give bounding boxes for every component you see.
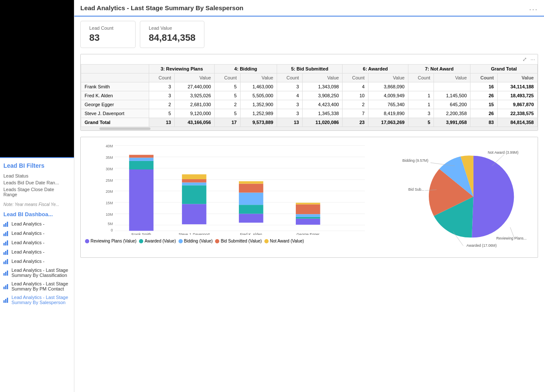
bar-steve-rp <box>182 204 206 224</box>
legend-dot-aw <box>139 239 143 243</box>
filters-title: Lead BI Filters <box>3 162 71 169</box>
svg-rect-5 <box>7 231 8 236</box>
legend-bid-submitted: Bid Submitted (Value) <box>215 239 262 243</box>
bar-george-aw <box>296 217 320 219</box>
gt-name: Grand Total <box>81 118 149 127</box>
bar-george-rp <box>296 219 320 225</box>
sub-bs-val: Value <box>303 73 343 82</box>
cell-gt-val: 34,114,188 <box>497 82 537 91</box>
bar-frank-rp <box>129 169 153 231</box>
cell-rp-val: 3,925,026 <box>175 91 215 100</box>
header-dots-menu[interactable]: ... <box>529 3 538 12</box>
filter-bid-due-date[interactable]: Leads Bid Due Date Ran... <box>3 179 71 186</box>
cell-aw-count: 4 <box>343 82 368 91</box>
lead-value-label: Lead Value <box>149 25 196 31</box>
bar-steve-aw <box>182 185 206 204</box>
page-title: Lead Analytics - Last Stage Summary By S… <box>80 4 244 11</box>
cell-na-count: 3 <box>408 109 434 118</box>
svg-text:10M: 10M <box>106 212 113 217</box>
filter-stage-close-date[interactable]: Leads Stage Close Date Range <box>3 186 71 198</box>
scroll-thumb <box>99 127 150 130</box>
cell-gt-val: 18,493,725 <box>497 91 537 100</box>
sidebar-note: Note: Year means Fiscal Ye... <box>0 200 74 209</box>
legend-bidding: Bidding (Value) <box>178 239 213 243</box>
cell-rp-val: 2,681,030 <box>175 100 215 109</box>
cell-aw-val: 8,419,890 <box>368 109 408 118</box>
cell-aw-count: 10 <box>343 91 368 100</box>
gt-aw-count: 23 <box>343 118 368 127</box>
col-reviewing-plans: 3: Reviewing Plans <box>149 65 215 73</box>
bar-fred-bid <box>239 193 263 205</box>
cell-gt-count: 26 <box>470 109 498 118</box>
bar-steve-na <box>182 174 206 179</box>
svg-rect-14 <box>7 259 8 264</box>
bar-chart-icon-2 <box>3 230 9 236</box>
sub-name <box>81 73 149 82</box>
sidebar-item-analytics-4[interactable]: Lead Analytics - <box>0 247 74 257</box>
gt-rp-val: 43,166,056 <box>175 118 215 127</box>
gt-bs-count: 13 <box>277 118 302 127</box>
cell-bs-count: 4 <box>277 91 302 100</box>
col-awarded: 6: Awarded <box>343 65 408 73</box>
col-name-header <box>81 65 149 73</box>
lead-value-value: 84,814,358 <box>149 32 196 43</box>
svg-text:40M: 40M <box>106 144 113 148</box>
table-scrollbar[interactable] <box>81 127 538 130</box>
bar-chart-icon-3 <box>3 240 9 245</box>
svg-text:Frank Smith: Frank Smith <box>131 232 151 235</box>
data-table: 3: Reviewing Plans 4: Bidding 5: Bid Sub… <box>81 64 538 127</box>
cell-bs-val: 1,343,098 <box>303 82 343 91</box>
cell-bs-count: 3 <box>277 109 302 118</box>
pie-label-rp: Reviewing Plans... <box>496 236 527 240</box>
svg-text:25M: 25M <box>106 178 113 183</box>
sub-na-count: Count <box>408 73 434 82</box>
bar-frank-aw <box>129 161 153 169</box>
sub-bs-count: Count <box>277 73 302 82</box>
bar-frank-bid <box>129 158 153 161</box>
cell-bid-val: 5,505,000 <box>240 91 277 100</box>
grand-total-row: Grand Total1343,166,056179,573,8891311,0… <box>81 118 538 127</box>
table-row: Steve J. Davenport59,120,00051,252,98931… <box>81 109 538 118</box>
bar-george-bid <box>296 214 320 217</box>
sidebar-item-analytics-5[interactable]: Lead Analytics - <box>0 257 74 266</box>
sub-gt-count: Count <box>470 73 498 82</box>
svg-rect-8 <box>7 240 8 245</box>
svg-rect-23 <box>7 298 8 303</box>
sidebar-item-salesperson[interactable]: Lead Analytics - Last Stage Summary By S… <box>0 293 74 307</box>
cell-gt-count: 15 <box>470 100 498 109</box>
sidebar-filters: Lead BI Filters Lead Status Leads Bid Du… <box>0 157 74 200</box>
charts-row: 40M 35M 30M 25M 20M 15M 10M 5M 0 <box>80 137 538 258</box>
expand-icon[interactable]: ⤢ <box>522 56 527 62</box>
svg-text:Fred K. Alden: Fred K. Alden <box>240 232 262 235</box>
sub-bid-val: Value <box>240 73 277 82</box>
cell-bs-count: 3 <box>277 100 302 109</box>
filter-lead-status[interactable]: Lead Status <box>3 172 71 179</box>
col-bid-submitted: 5: Bid Submitted <box>277 65 342 73</box>
cell-bs-val: 3,908,250 <box>303 91 343 100</box>
dashboard-title: Lead BI Dashboa... <box>0 209 74 219</box>
sidebar-item-classification[interactable]: Lead Analytics - Last Stage Summary By C… <box>0 266 74 279</box>
cell-rp-count: 2 <box>149 100 175 109</box>
sidebar-item-analytics-2[interactable]: Lead Analytics - <box>0 228 74 238</box>
bar-chart-icon-8 <box>3 297 9 303</box>
svg-rect-2 <box>7 222 8 227</box>
sub-rp-count: Count <box>149 73 175 82</box>
cell-na-count: 1 <box>408 100 434 109</box>
table-scroll[interactable]: 3: Reviewing Plans 4: Bidding 5: Bid Sub… <box>81 64 538 127</box>
svg-rect-13 <box>5 260 6 264</box>
svg-rect-15 <box>3 273 5 276</box>
svg-rect-7 <box>5 242 6 245</box>
pie-label-bs: Bid Sub... <box>408 187 425 192</box>
bar-frank-bs <box>129 155 153 158</box>
cell-bid-count: 5 <box>215 82 240 91</box>
sidebar-item-analytics-3[interactable]: Lead Analytics - <box>0 238 74 247</box>
table-dots-menu[interactable]: ··· <box>530 56 535 62</box>
cell-na-val <box>434 82 470 91</box>
svg-rect-4 <box>5 232 6 236</box>
cell-gt-val: 22,338,575 <box>497 109 537 118</box>
bar-steve-bid <box>182 183 206 186</box>
cell-aw-val: 765,340 <box>368 100 408 109</box>
sidebar-item-pm-contact[interactable]: Lead Analytics - Last Stage Summary By P… <box>0 279 74 293</box>
svg-rect-10 <box>5 251 6 255</box>
sidebar-item-analytics-1[interactable]: Lead Analytics - <box>0 219 74 228</box>
